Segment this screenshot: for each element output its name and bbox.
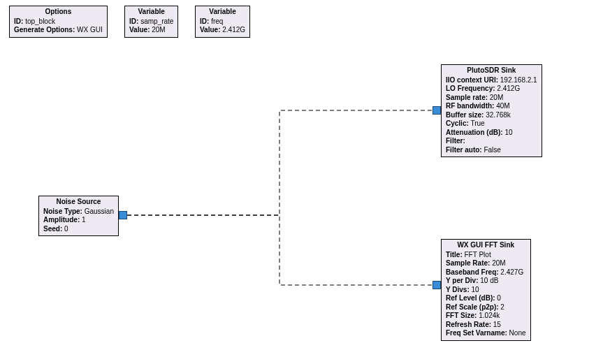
param-row: Value: 2.412G (200, 26, 245, 35)
param-row: Attenuation (dB): 10 (446, 129, 537, 138)
port-fft-in[interactable] (433, 281, 441, 289)
wire-noise-to-pluto (127, 110, 433, 215)
block-options-title: Options (14, 8, 103, 17)
param-row: IIO context URI: 192.168.2.1 (446, 76, 537, 85)
block-noise-title: Noise Source (43, 198, 114, 207)
param-row: Ref Scale (p2p): 2 (446, 303, 526, 312)
param-row: Filter: (446, 137, 537, 146)
param-row: Sample Rate: 20M (446, 259, 526, 268)
block-variable-samp-rate[interactable]: Variable ID: samp_rate Value: 20M (124, 6, 178, 38)
param-row: Freq Set Varname: None (446, 329, 526, 338)
param-row: Sample rate: 20M (446, 94, 537, 103)
param-row: RF bandwidth: 40M (446, 102, 537, 111)
param-row: Value: 20M (129, 26, 173, 35)
param-row: Title: FFT Plot (446, 251, 526, 260)
param-row: Refresh Rate: 15 (446, 321, 526, 330)
param-row: ID: freq (200, 17, 245, 27)
param-row: Seed: 0 (43, 225, 114, 234)
block-plutosdr-sink[interactable]: PlutoSDR Sink IIO context URI: 192.168.2… (441, 64, 542, 157)
param-row: Filter auto: False (446, 146, 537, 155)
param-row: Baseband Freq: 2.427G (446, 268, 526, 277)
param-row: Generate Options: WX GUI (14, 26, 103, 35)
param-row: LO Frequency: 2.412G (446, 85, 537, 94)
param-row: Ref Level (dB): 0 (446, 294, 526, 303)
block-options[interactable]: Options ID: top_block Generate Options: … (9, 6, 108, 38)
param-row: Cyclic: True (446, 119, 537, 129)
wire-noise-to-fft (127, 215, 433, 285)
param-row: Y Divs: 10 (446, 286, 526, 295)
param-row: Buffer size: 32.768k (446, 111, 537, 120)
port-noise-out[interactable] (119, 211, 127, 219)
param-row: Noise Type: Gaussian (43, 208, 114, 217)
block-var1-title: Variable (129, 8, 173, 17)
param-row: Amplitude: 1 (43, 216, 114, 225)
block-noise-source[interactable]: Noise Source Noise Type: Gaussian Amplit… (38, 196, 119, 236)
param-row: ID: top_block (14, 17, 103, 27)
block-variable-freq[interactable]: Variable ID: freq Value: 2.412G (195, 6, 250, 38)
param-row: Y per Div: 10 dB (446, 277, 526, 286)
port-pluto-in[interactable] (433, 106, 441, 115)
block-fft-title: WX GUI FFT Sink (446, 241, 526, 250)
block-pluto-title: PlutoSDR Sink (446, 66, 537, 75)
block-wxgui-fft-sink[interactable]: WX GUI FFT Sink Title: FFT Plot Sample R… (441, 239, 531, 341)
param-row: FFT Size: 1.024k (446, 312, 526, 321)
block-var2-title: Variable (200, 8, 245, 17)
param-row: ID: samp_rate (129, 17, 173, 27)
